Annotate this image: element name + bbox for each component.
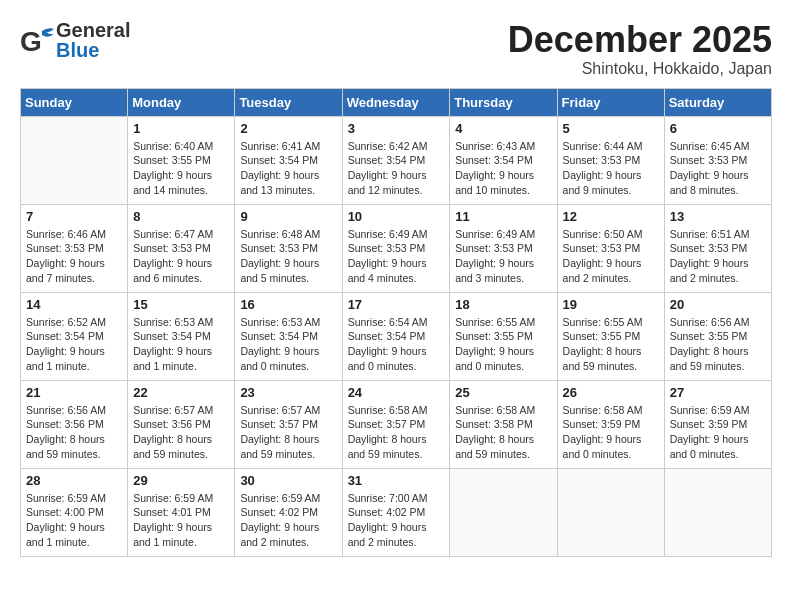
day-info: Sunrise: 6:54 AM Sunset: 3:54 PM Dayligh…	[348, 315, 445, 374]
calendar-cell: 12Sunrise: 6:50 AM Sunset: 3:53 PM Dayli…	[557, 204, 664, 292]
day-header-sunday: Sunday	[21, 88, 128, 116]
day-number: 18	[455, 297, 551, 312]
day-number: 2	[240, 121, 336, 136]
page-header: G General Blue December 2025 Shintoku, H…	[20, 20, 772, 78]
day-info: Sunrise: 6:48 AM Sunset: 3:53 PM Dayligh…	[240, 227, 336, 286]
day-info: Sunrise: 6:59 AM Sunset: 4:01 PM Dayligh…	[133, 491, 229, 550]
day-info: Sunrise: 6:56 AM Sunset: 3:55 PM Dayligh…	[670, 315, 766, 374]
calendar-cell	[21, 116, 128, 204]
calendar-cell: 31Sunrise: 7:00 AM Sunset: 4:02 PM Dayli…	[342, 468, 450, 556]
calendar-week-3: 14Sunrise: 6:52 AM Sunset: 3:54 PM Dayli…	[21, 292, 772, 380]
calendar-cell: 25Sunrise: 6:58 AM Sunset: 3:58 PM Dayli…	[450, 380, 557, 468]
calendar-table: SundayMondayTuesdayWednesdayThursdayFrid…	[20, 88, 772, 557]
day-info: Sunrise: 6:57 AM Sunset: 3:57 PM Dayligh…	[240, 403, 336, 462]
calendar-cell: 19Sunrise: 6:55 AM Sunset: 3:55 PM Dayli…	[557, 292, 664, 380]
day-info: Sunrise: 6:40 AM Sunset: 3:55 PM Dayligh…	[133, 139, 229, 198]
day-number: 26	[563, 385, 659, 400]
calendar-cell: 21Sunrise: 6:56 AM Sunset: 3:56 PM Dayli…	[21, 380, 128, 468]
day-number: 22	[133, 385, 229, 400]
day-info: Sunrise: 6:56 AM Sunset: 3:56 PM Dayligh…	[26, 403, 122, 462]
calendar-cell: 8Sunrise: 6:47 AM Sunset: 3:53 PM Daylig…	[128, 204, 235, 292]
day-number: 29	[133, 473, 229, 488]
day-number: 25	[455, 385, 551, 400]
day-number: 12	[563, 209, 659, 224]
calendar-cell: 10Sunrise: 6:49 AM Sunset: 3:53 PM Dayli…	[342, 204, 450, 292]
calendar-cell: 14Sunrise: 6:52 AM Sunset: 3:54 PM Dayli…	[21, 292, 128, 380]
calendar-week-4: 21Sunrise: 6:56 AM Sunset: 3:56 PM Dayli…	[21, 380, 772, 468]
day-number: 23	[240, 385, 336, 400]
day-info: Sunrise: 6:45 AM Sunset: 3:53 PM Dayligh…	[670, 139, 766, 198]
calendar-cell: 29Sunrise: 6:59 AM Sunset: 4:01 PM Dayli…	[128, 468, 235, 556]
day-number: 10	[348, 209, 445, 224]
day-info: Sunrise: 6:59 AM Sunset: 4:02 PM Dayligh…	[240, 491, 336, 550]
calendar-cell	[664, 468, 771, 556]
day-info: Sunrise: 6:49 AM Sunset: 3:53 PM Dayligh…	[348, 227, 445, 286]
day-number: 21	[26, 385, 122, 400]
logo: G General Blue	[20, 20, 130, 60]
logo-blue-text: Blue	[56, 40, 130, 60]
calendar-cell: 27Sunrise: 6:59 AM Sunset: 3:59 PM Dayli…	[664, 380, 771, 468]
day-info: Sunrise: 6:55 AM Sunset: 3:55 PM Dayligh…	[455, 315, 551, 374]
day-header-tuesday: Tuesday	[235, 88, 342, 116]
day-info: Sunrise: 6:58 AM Sunset: 3:57 PM Dayligh…	[348, 403, 445, 462]
calendar-week-1: 1Sunrise: 6:40 AM Sunset: 3:55 PM Daylig…	[21, 116, 772, 204]
calendar-cell: 9Sunrise: 6:48 AM Sunset: 3:53 PM Daylig…	[235, 204, 342, 292]
day-header-monday: Monday	[128, 88, 235, 116]
day-header-friday: Friday	[557, 88, 664, 116]
day-header-wednesday: Wednesday	[342, 88, 450, 116]
calendar-cell: 11Sunrise: 6:49 AM Sunset: 3:53 PM Dayli…	[450, 204, 557, 292]
location-title: Shintoku, Hokkaido, Japan	[508, 60, 772, 78]
day-info: Sunrise: 6:44 AM Sunset: 3:53 PM Dayligh…	[563, 139, 659, 198]
day-number: 13	[670, 209, 766, 224]
day-number: 8	[133, 209, 229, 224]
day-number: 17	[348, 297, 445, 312]
calendar-cell: 15Sunrise: 6:53 AM Sunset: 3:54 PM Dayli…	[128, 292, 235, 380]
calendar-cell	[557, 468, 664, 556]
day-number: 11	[455, 209, 551, 224]
svg-text:G: G	[20, 26, 42, 57]
day-info: Sunrise: 6:50 AM Sunset: 3:53 PM Dayligh…	[563, 227, 659, 286]
day-number: 28	[26, 473, 122, 488]
calendar-cell: 4Sunrise: 6:43 AM Sunset: 3:54 PM Daylig…	[450, 116, 557, 204]
calendar-cell: 23Sunrise: 6:57 AM Sunset: 3:57 PM Dayli…	[235, 380, 342, 468]
day-info: Sunrise: 6:57 AM Sunset: 3:56 PM Dayligh…	[133, 403, 229, 462]
calendar-cell: 3Sunrise: 6:42 AM Sunset: 3:54 PM Daylig…	[342, 116, 450, 204]
day-number: 7	[26, 209, 122, 224]
day-info: Sunrise: 6:49 AM Sunset: 3:53 PM Dayligh…	[455, 227, 551, 286]
title-block: December 2025 Shintoku, Hokkaido, Japan	[508, 20, 772, 78]
calendar-cell: 13Sunrise: 6:51 AM Sunset: 3:53 PM Dayli…	[664, 204, 771, 292]
calendar-cell: 18Sunrise: 6:55 AM Sunset: 3:55 PM Dayli…	[450, 292, 557, 380]
day-info: Sunrise: 6:59 AM Sunset: 3:59 PM Dayligh…	[670, 403, 766, 462]
calendar-cell: 26Sunrise: 6:58 AM Sunset: 3:59 PM Dayli…	[557, 380, 664, 468]
day-number: 27	[670, 385, 766, 400]
day-info: Sunrise: 6:42 AM Sunset: 3:54 PM Dayligh…	[348, 139, 445, 198]
day-number: 15	[133, 297, 229, 312]
calendar-cell: 5Sunrise: 6:44 AM Sunset: 3:53 PM Daylig…	[557, 116, 664, 204]
day-info: Sunrise: 6:53 AM Sunset: 3:54 PM Dayligh…	[133, 315, 229, 374]
day-info: Sunrise: 6:47 AM Sunset: 3:53 PM Dayligh…	[133, 227, 229, 286]
month-title: December 2025	[508, 20, 772, 60]
day-number: 4	[455, 121, 551, 136]
day-info: Sunrise: 6:41 AM Sunset: 3:54 PM Dayligh…	[240, 139, 336, 198]
day-number: 3	[348, 121, 445, 136]
day-number: 19	[563, 297, 659, 312]
day-info: Sunrise: 6:43 AM Sunset: 3:54 PM Dayligh…	[455, 139, 551, 198]
calendar-cell: 24Sunrise: 6:58 AM Sunset: 3:57 PM Dayli…	[342, 380, 450, 468]
day-number: 16	[240, 297, 336, 312]
calendar-cell: 22Sunrise: 6:57 AM Sunset: 3:56 PM Dayli…	[128, 380, 235, 468]
day-info: Sunrise: 6:55 AM Sunset: 3:55 PM Dayligh…	[563, 315, 659, 374]
calendar-week-5: 28Sunrise: 6:59 AM Sunset: 4:00 PM Dayli…	[21, 468, 772, 556]
day-number: 24	[348, 385, 445, 400]
day-number: 9	[240, 209, 336, 224]
calendar-cell	[450, 468, 557, 556]
day-info: Sunrise: 6:58 AM Sunset: 3:58 PM Dayligh…	[455, 403, 551, 462]
calendar-cell: 16Sunrise: 6:53 AM Sunset: 3:54 PM Dayli…	[235, 292, 342, 380]
day-number: 14	[26, 297, 122, 312]
day-info: Sunrise: 7:00 AM Sunset: 4:02 PM Dayligh…	[348, 491, 445, 550]
calendar-cell: 28Sunrise: 6:59 AM Sunset: 4:00 PM Dayli…	[21, 468, 128, 556]
day-number: 30	[240, 473, 336, 488]
day-info: Sunrise: 6:51 AM Sunset: 3:53 PM Dayligh…	[670, 227, 766, 286]
calendar-cell: 6Sunrise: 6:45 AM Sunset: 3:53 PM Daylig…	[664, 116, 771, 204]
day-number: 1	[133, 121, 229, 136]
day-number: 6	[670, 121, 766, 136]
